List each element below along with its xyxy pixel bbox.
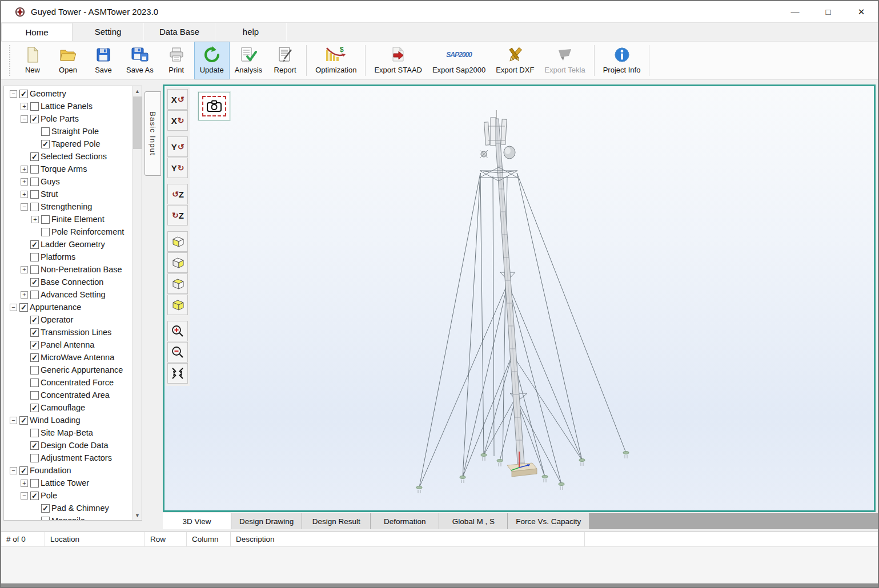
checkbox-panel-antenna[interactable]: ✓ bbox=[30, 341, 39, 349]
checkbox-generic-appurtenance[interactable] bbox=[30, 366, 39, 374]
checkbox-guys[interactable] bbox=[30, 178, 39, 186]
tab-data-base[interactable]: Data Base bbox=[144, 23, 215, 41]
expand-plus-icon[interactable]: + bbox=[31, 216, 39, 223]
checkbox-non-penetration-base[interactable] bbox=[30, 265, 39, 274]
checkbox-straight-pole[interactable] bbox=[41, 127, 50, 136]
checkbox-selected-sections[interactable]: ✓ bbox=[30, 152, 39, 161]
tree-item-wind-loading[interactable]: −✓Wind Loading bbox=[4, 414, 132, 426]
tree-item-transmission-lines[interactable]: ✓Transmission Lines bbox=[4, 326, 132, 339]
toolbar-grip[interactable] bbox=[9, 45, 11, 76]
checkbox-wind-loading[interactable]: ✓ bbox=[19, 416, 28, 425]
viewport-tab-design-result[interactable]: Design Result bbox=[302, 513, 371, 529]
tree-item-site-map-beta[interactable]: Site Map-Beta bbox=[4, 426, 132, 439]
checkbox-site-map-beta[interactable] bbox=[30, 429, 39, 437]
optimization-button[interactable]: $ Optimization bbox=[310, 42, 362, 79]
checkbox-geometry[interactable]: ✓ bbox=[19, 90, 28, 98]
tree-item-pole-reinforcement[interactable]: Pole Reinforcement bbox=[4, 225, 132, 238]
minimize-button[interactable]: — bbox=[778, 1, 812, 22]
save-button[interactable]: Save bbox=[86, 42, 121, 79]
checkbox-concentrated-area[interactable] bbox=[30, 391, 39, 400]
tree-item-ladder-geometry[interactable]: ✓Ladder Geometry bbox=[4, 238, 132, 251]
tree-item-strengthening[interactable]: −Strengthening bbox=[4, 200, 132, 213]
print-button[interactable]: Print bbox=[159, 42, 194, 79]
collapse-minus-icon[interactable]: − bbox=[21, 203, 28, 211]
tree-item-adjustment-factors[interactable]: Adjustment Factors bbox=[4, 452, 132, 464]
expand-plus-icon[interactable]: + bbox=[21, 103, 28, 110]
update-button[interactable]: Update bbox=[194, 42, 230, 79]
checkbox-base-connection[interactable]: ✓ bbox=[30, 278, 39, 287]
report-button[interactable]: Report bbox=[267, 42, 303, 79]
collapse-minus-icon[interactable]: − bbox=[21, 115, 28, 123]
tree-item-lattice-tower[interactable]: +Lattice Tower bbox=[4, 477, 132, 489]
checkbox-operator[interactable]: ✓ bbox=[30, 316, 39, 324]
tree-item-panel-antenna[interactable]: ✓Panel Antenna bbox=[4, 339, 132, 351]
checkbox-pole-reinforcement[interactable] bbox=[41, 228, 50, 236]
checkbox-tapered-pole[interactable]: ✓ bbox=[41, 140, 50, 148]
tree-scrollbar[interactable]: ▲ ▼ bbox=[132, 86, 142, 520]
expand-plus-icon[interactable]: + bbox=[21, 291, 28, 299]
checkbox-design-code-data[interactable]: ✓ bbox=[30, 441, 39, 450]
tree-item-base-connection[interactable]: ✓Base Connection bbox=[4, 276, 132, 288]
basic-input-side-tab[interactable]: Basic Input bbox=[145, 91, 161, 176]
export-staad-button[interactable]: Export STAAD bbox=[369, 42, 427, 79]
checkbox-adjustment-factors[interactable] bbox=[30, 454, 39, 462]
collapse-minus-icon[interactable]: − bbox=[10, 467, 17, 474]
checkbox-torque-arms[interactable] bbox=[30, 165, 39, 174]
export-tekla-button[interactable]: Export Tekla bbox=[539, 42, 590, 79]
expand-plus-icon[interactable]: + bbox=[21, 480, 28, 487]
maximize-button[interactable]: □ bbox=[812, 1, 845, 22]
viewport-tab-global-m-s[interactable]: Global M , S bbox=[439, 513, 508, 529]
new-button[interactable]: New bbox=[15, 42, 50, 79]
checkbox-lattice-tower[interactable] bbox=[30, 479, 39, 488]
checkbox-pole[interactable]: ✓ bbox=[30, 492, 39, 500]
tab-home[interactable]: Home bbox=[1, 23, 73, 41]
tree-item-tapered-pole[interactable]: ✓Tapered Pole bbox=[4, 138, 132, 150]
tree-item-pole-parts[interactable]: −✓Pole Parts bbox=[4, 112, 132, 125]
checkbox-camouflage[interactable]: ✓ bbox=[30, 404, 39, 412]
checkbox-advanced-setting[interactable] bbox=[30, 291, 39, 299]
tree-item-generic-appurtenance[interactable]: Generic Appurtenance bbox=[4, 364, 132, 376]
checkbox-strut[interactable] bbox=[30, 190, 39, 199]
expand-plus-icon[interactable]: + bbox=[21, 178, 28, 186]
tree-item-operator[interactable]: ✓Operator bbox=[4, 313, 132, 326]
collapse-minus-icon[interactable]: − bbox=[10, 90, 17, 98]
checkbox-pole-parts[interactable]: ✓ bbox=[30, 115, 39, 123]
checkbox-pad-chimney[interactable]: ✓ bbox=[41, 504, 50, 513]
tree-item-geometry[interactable]: −✓Geometry bbox=[4, 87, 132, 100]
checkbox-appurtenance[interactable]: ✓ bbox=[19, 303, 28, 312]
tree-item-pole[interactable]: −✓Pole bbox=[4, 489, 132, 502]
scroll-down-arrow-icon[interactable]: ▼ bbox=[133, 510, 142, 520]
viewport-tab-force-vs-capacity[interactable]: Force Vs. Capacity bbox=[508, 513, 589, 529]
export-sap2000-button[interactable]: SAP2000 Export Sap2000 bbox=[427, 42, 491, 79]
checkbox-concentrated-force[interactable] bbox=[30, 378, 39, 387]
tree-item-platforms[interactable]: Platforms bbox=[4, 251, 132, 263]
tree-item-camouflage[interactable]: ✓Camouflage bbox=[4, 401, 132, 414]
checkbox-microwave-antenna[interactable]: ✓ bbox=[30, 353, 39, 362]
tree-item-torque-arms[interactable]: +Torque Arms bbox=[4, 163, 132, 175]
collapse-minus-icon[interactable]: − bbox=[21, 492, 28, 500]
tree-item-concentrated-force[interactable]: Concentrated Force bbox=[4, 376, 132, 389]
tree-item-concentrated-area[interactable]: Concentrated Area bbox=[4, 389, 132, 401]
checkbox-ladder-geometry[interactable]: ✓ bbox=[30, 240, 39, 249]
viewport-3d[interactable]: X↺X↻Y↺Y↻↺Z↻Z bbox=[163, 84, 876, 512]
tree-item-pad-chimney[interactable]: ✓Pad & Chimney bbox=[4, 502, 132, 514]
checkbox-lattice-panels[interactable] bbox=[30, 102, 39, 111]
viewport-tab-3d-view[interactable]: 3D View bbox=[163, 513, 231, 529]
close-button[interactable]: ✕ bbox=[845, 1, 878, 22]
viewport-tab-deformation[interactable]: Deformation bbox=[371, 513, 439, 529]
checkbox-foundation[interactable]: ✓ bbox=[19, 466, 28, 475]
tree-item-guys[interactable]: +Guys bbox=[4, 175, 132, 188]
checkbox-transmission-lines[interactable]: ✓ bbox=[30, 328, 39, 337]
tree-item-selected-sections[interactable]: ✓Selected Sections bbox=[4, 150, 132, 163]
project-info-button[interactable]: Project Info bbox=[598, 42, 646, 79]
open-button[interactable]: Open bbox=[50, 42, 86, 79]
save-as-button[interactable]: Save As bbox=[121, 42, 159, 79]
checkbox-strengthening[interactable] bbox=[30, 203, 39, 211]
tree-item-design-code-data[interactable]: ✓Design Code Data bbox=[4, 439, 132, 452]
tree-item-straight-pole[interactable]: Straight Pole bbox=[4, 125, 132, 138]
tree-item-lattice-panels[interactable]: +Lattice Panels bbox=[4, 100, 132, 112]
tree-item-appurtenance[interactable]: −✓Appurtenance bbox=[4, 301, 132, 313]
tree-item-non-penetration-base[interactable]: +Non-Penetration Base bbox=[4, 263, 132, 276]
tree-item-microwave-antenna[interactable]: ✓MicroWave Antenna bbox=[4, 351, 132, 364]
tab-help[interactable]: help bbox=[215, 23, 287, 41]
